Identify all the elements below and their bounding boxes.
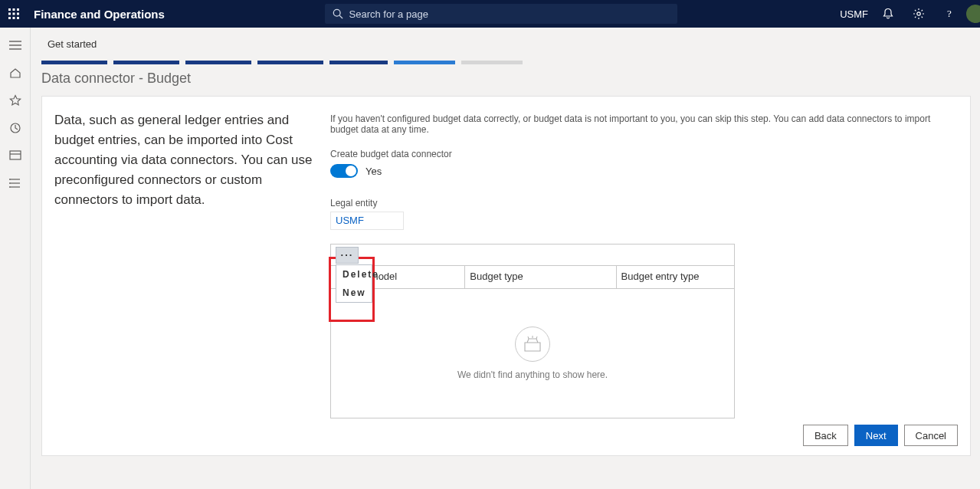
legal-entity-label: Legal entity xyxy=(330,198,958,208)
empty-icon xyxy=(515,327,550,362)
avatar[interactable] xyxy=(966,5,980,23)
svg-text:?: ? xyxy=(947,8,952,19)
global-search[interactable]: Search for a page xyxy=(325,4,677,24)
hamburger-icon[interactable] xyxy=(8,38,22,52)
help-icon[interactable]: ? xyxy=(936,0,963,28)
progress-step xyxy=(461,61,523,64)
grid-overflow-button[interactable]: ··· Delete New xyxy=(336,247,359,264)
wizard-progress xyxy=(41,61,971,64)
search-placeholder: Search for a page xyxy=(349,8,428,20)
progress-step xyxy=(329,61,388,64)
budget-grid: ··· Delete New Budget model Budget t xyxy=(330,244,735,418)
toggle-value: Yes xyxy=(365,166,382,177)
svg-rect-3 xyxy=(8,13,11,15)
menu-delete[interactable]: Delete xyxy=(336,265,372,284)
create-connector-label: Create budget data connector xyxy=(330,149,958,159)
grid-toolbar: ··· Delete New xyxy=(331,244,734,266)
legal-entity-field[interactable]: USMF xyxy=(330,212,404,230)
breadcrumb[interactable]: Get started xyxy=(48,38,971,50)
svg-point-24 xyxy=(9,186,11,188)
notifications-icon[interactable] xyxy=(874,0,902,28)
grid-empty-state: We didn't find anything to show here. xyxy=(331,289,734,418)
grid-empty-text: We didn't find anything to show here. xyxy=(457,369,608,380)
svg-rect-8 xyxy=(17,17,19,19)
svg-rect-4 xyxy=(13,13,15,15)
svg-rect-0 xyxy=(8,8,11,11)
company-picker[interactable]: USMF xyxy=(837,8,871,20)
svg-point-23 xyxy=(9,182,11,184)
intro-text: Data, such as general ledger entries and… xyxy=(54,110,315,418)
create-connector-toggle[interactable] xyxy=(330,164,358,178)
grid-header: Budget model Budget type Budget entry ty… xyxy=(331,266,734,289)
col-budget-type[interactable]: Budget type xyxy=(465,266,616,288)
modules-icon[interactable] xyxy=(8,176,22,190)
top-nav: Finance and Operations Search for a page… xyxy=(0,0,980,28)
svg-point-11 xyxy=(917,12,920,15)
wizard-footer: Back Next Cancel xyxy=(803,425,958,446)
svg-point-9 xyxy=(333,9,340,16)
svg-line-10 xyxy=(339,15,343,18)
search-icon xyxy=(333,8,343,19)
form-area: If you haven't configured budget data co… xyxy=(330,110,958,418)
progress-step xyxy=(257,61,323,64)
app-launcher-icon[interactable] xyxy=(0,0,28,28)
progress-step xyxy=(185,61,251,64)
svg-rect-2 xyxy=(17,8,19,11)
favorites-icon[interactable] xyxy=(8,94,22,107)
svg-point-22 xyxy=(9,179,11,180)
progress-step xyxy=(113,61,179,64)
recent-icon[interactable] xyxy=(8,121,22,135)
home-icon[interactable] xyxy=(8,66,22,80)
back-button[interactable]: Back xyxy=(803,425,848,446)
settings-icon[interactable] xyxy=(905,0,932,28)
svg-rect-5 xyxy=(17,13,19,15)
svg-rect-1 xyxy=(13,8,15,11)
grid-overflow-menu: Delete New xyxy=(336,264,372,303)
menu-new[interactable]: New xyxy=(336,284,372,302)
wizard-card: Data, such as general ledger entries and… xyxy=(41,96,971,456)
helper-text: If you haven't configured budget data co… xyxy=(330,113,958,135)
next-button[interactable]: Next xyxy=(854,425,898,446)
col-budget-entry-type[interactable]: Budget entry type xyxy=(617,266,734,288)
svg-rect-6 xyxy=(8,17,11,19)
svg-rect-7 xyxy=(13,17,15,19)
left-rail xyxy=(0,28,31,489)
step-title: Data connector - Budget xyxy=(41,71,971,87)
cancel-button[interactable]: Cancel xyxy=(904,425,958,446)
page-body: Get started Data connector - Budget Data… xyxy=(31,28,980,489)
product-title: Finance and Operations xyxy=(34,8,165,21)
workspace-icon[interactable] xyxy=(8,149,22,162)
svg-rect-17 xyxy=(10,151,21,159)
progress-step xyxy=(41,61,107,64)
progress-step-current xyxy=(394,61,455,64)
